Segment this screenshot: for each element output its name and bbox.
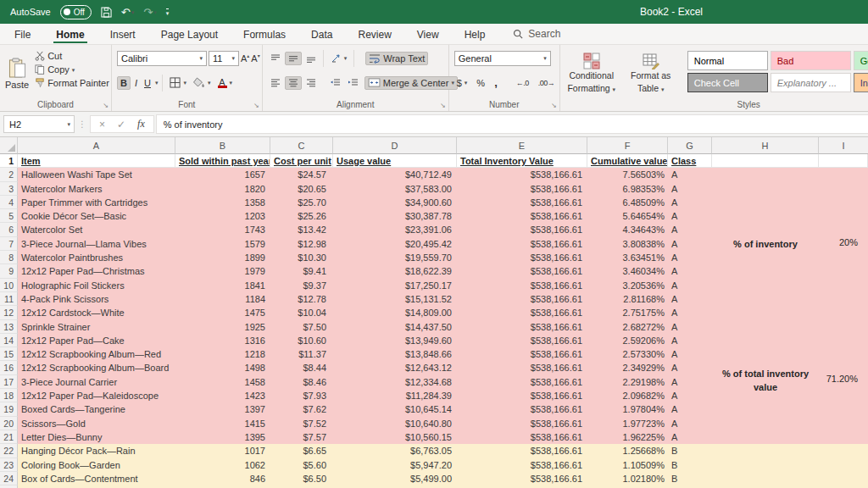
cell-cost[interactable]: $25.70: [270, 196, 333, 209]
cell-cumulative[interactable]: 3.46034%: [587, 264, 668, 278]
cell-sold[interactable]: 1820: [175, 182, 270, 196]
font-color-button[interactable]: A ▾: [215, 77, 236, 89]
paste-button[interactable]: Paste: [5, 47, 29, 98]
clipboard-dialog-launcher[interactable]: ↘: [103, 103, 108, 109]
cell-item[interactable]: Halloween Washi Tape Set: [18, 168, 175, 181]
cell-i[interactable]: [819, 417, 868, 430]
autosave-toggle[interactable]: Off: [60, 5, 92, 19]
cell-sold[interactable]: 1925: [175, 320, 270, 334]
cell-i[interactable]: [819, 182, 868, 196]
save-button[interactable]: [101, 7, 112, 18]
cell-total[interactable]: $538,166.61: [457, 347, 587, 361]
align-bottom-button[interactable]: [303, 53, 319, 64]
row-number[interactable]: 14: [0, 334, 18, 347]
cell-cumulative[interactable]: 1.96225%: [587, 430, 668, 444]
cell-total[interactable]: $538,166.61: [457, 182, 587, 196]
header-cost[interactable]: Cost per unit: [270, 154, 333, 168]
cell-cumulative[interactable]: 2.81168%: [587, 292, 668, 306]
cell-usage[interactable]: $37,583.00: [333, 182, 457, 196]
cell-item[interactable]: 3-Piece Journal—Llama Vibes: [18, 237, 175, 251]
cell-class[interactable]: A: [668, 334, 712, 347]
search-box[interactable]: Search: [513, 28, 560, 40]
cancel-icon[interactable]: ×: [99, 119, 105, 130]
shrink-font-button[interactable]: A▾: [251, 53, 259, 64]
cell-cumulative[interactable]: 6.98353%: [587, 182, 668, 196]
cell-usage[interactable]: $18,622.39: [333, 264, 457, 278]
cell-h[interactable]: [712, 264, 819, 278]
cell-cumulative[interactable]: 1.97723%: [587, 417, 668, 430]
style-check-cell[interactable]: Check Cell: [687, 73, 768, 92]
cell-total[interactable]: $538,166.61: [457, 264, 587, 278]
row-number[interactable]: 9: [0, 264, 18, 278]
cell-total[interactable]: $538,166.61: [457, 223, 587, 236]
cell-usage[interactable]: $10,645.14: [333, 402, 457, 416]
cell-item[interactable]: 12x12 Paper Pad—Cake: [18, 334, 175, 347]
row-number[interactable]: 4: [0, 196, 18, 209]
row-number[interactable]: 11: [0, 292, 18, 306]
row-number[interactable]: 6: [0, 223, 18, 236]
cell-class[interactable]: A: [668, 375, 712, 389]
cell-class[interactable]: A: [668, 264, 712, 278]
tab-data[interactable]: Data: [309, 25, 335, 43]
cell-item[interactable]: Hanging Décor Pack—Rain: [18, 444, 175, 458]
align-middle-button[interactable]: [285, 52, 302, 65]
cell-h[interactable]: [712, 402, 819, 416]
row-number[interactable]: 16: [0, 361, 18, 374]
cell-usage[interactable]: $6,763.05: [333, 444, 457, 458]
column-header-e[interactable]: E: [457, 137, 587, 154]
cell-usage[interactable]: $40,712.49: [333, 168, 457, 181]
cell-cumulative[interactable]: 6.48509%: [587, 196, 668, 209]
cell-cost[interactable]: $11.37: [270, 347, 333, 361]
cell-usage[interactable]: $5,499.00: [333, 472, 457, 485]
align-left-button[interactable]: [268, 77, 283, 89]
percent-style-button[interactable]: %: [474, 77, 487, 89]
cell-usage[interactable]: $5,947.20: [333, 458, 457, 472]
cell-total[interactable]: $538,166.61: [457, 389, 587, 402]
cell-cumulative[interactable]: 5.64654%: [587, 209, 668, 223]
row-number[interactable]: 2: [0, 168, 18, 181]
cell-class[interactable]: A: [668, 209, 712, 223]
cell-cost[interactable]: $10.30: [270, 251, 333, 264]
cell-item[interactable]: 12x12 Scrapbooking Album—Board: [18, 361, 175, 374]
row-number[interactable]: 1: [0, 154, 18, 168]
cell-cumulative[interactable]: 3.63451%: [587, 251, 668, 264]
decrease-indent-button[interactable]: [327, 77, 343, 89]
pct-of-total-inventory-label[interactable]: % of total inventory value: [714, 367, 817, 394]
cell-class[interactable]: A: [668, 430, 712, 444]
cell-sold[interactable]: 1203: [175, 209, 270, 223]
cell-item[interactable]: 12x12 Cardstock—White: [18, 306, 175, 319]
cell-item[interactable]: Boxed Cards—Tangerine: [18, 402, 175, 416]
cell-item[interactable]: 12x12 Scrapbooking Album—Red: [18, 347, 175, 361]
cell-cost[interactable]: $13.42: [270, 223, 333, 236]
cell-i[interactable]: [819, 196, 868, 209]
cell-h[interactable]: [712, 347, 819, 361]
format-as-table-button[interactable]: Format as Table ▾: [623, 47, 679, 98]
style-explanatory[interactable]: Explanatory ...: [771, 73, 851, 92]
decrease-decimal-button[interactable]: .00→: [536, 78, 558, 88]
cell-sold[interactable]: 1017: [175, 444, 270, 458]
cell-h[interactable]: [712, 458, 819, 472]
cell-total[interactable]: $538,166.61: [457, 334, 587, 347]
cell-i[interactable]: [819, 389, 868, 402]
cell-sold[interactable]: 1743: [175, 223, 270, 236]
header-item[interactable]: Item: [18, 154, 175, 168]
header-total[interactable]: Total Inventory Value: [457, 154, 587, 168]
cell-i[interactable]: [819, 223, 868, 236]
pct-of-inventory-label[interactable]: % of inventory: [714, 237, 817, 251]
cell-sold[interactable]: 1184: [175, 292, 270, 306]
header-empty-i[interactable]: [819, 154, 868, 168]
cell-cost[interactable]: $10.60: [270, 334, 333, 347]
cell-i[interactable]: [819, 444, 868, 458]
cell-cumulative[interactable]: 1.02180%: [587, 472, 668, 485]
cell-usage[interactable]: $19,559.70: [333, 251, 457, 264]
cell-total[interactable]: $538,166.61: [457, 292, 587, 306]
enter-icon[interactable]: ✓: [117, 119, 125, 130]
cell-cost[interactable]: $7.52: [270, 417, 333, 430]
cell-cumulative[interactable]: 2.29198%: [587, 375, 668, 389]
cell-item[interactable]: Holographic Foil Stickers: [18, 279, 175, 292]
accounting-format-button[interactable]: $▾: [454, 77, 470, 89]
alignment-dialog-launcher[interactable]: ↘: [440, 103, 446, 109]
cell-total[interactable]: $538,166.61: [457, 306, 587, 319]
row-number[interactable]: 17: [0, 375, 18, 389]
cell-class[interactable]: A: [668, 279, 712, 292]
